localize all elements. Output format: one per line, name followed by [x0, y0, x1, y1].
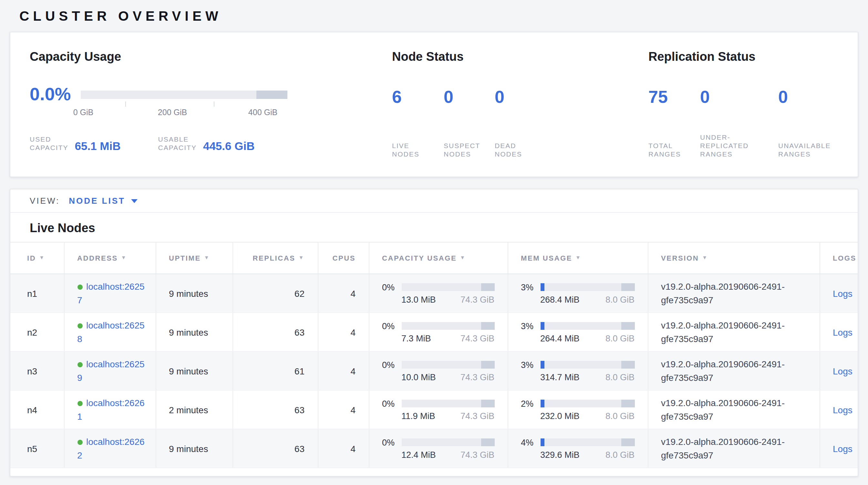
node-cpus-cell: 4 [318, 351, 369, 390]
sort-icon: ▼ [702, 255, 708, 261]
node-id-cell: n5 [10, 429, 64, 468]
node-status-title: Node Status [392, 49, 522, 65]
node-capacity-cell: 0% 11.9 MiB74.3 GiB [369, 390, 507, 429]
node-uptime-cell: 9 minutes [156, 313, 232, 351]
mem-bar-fill [540, 400, 544, 407]
column-header-replicas[interactable]: REPLICAS▼ [232, 242, 318, 274]
unavailable-ranges-stat: 0 UNAVAILABLE RANGES [778, 87, 831, 159]
node-replicas-cell: 61 [232, 351, 318, 390]
axis-tick [214, 102, 214, 107]
column-header-mem-usage[interactable]: MEM USAGE▼ [507, 242, 648, 274]
cluster-overview-page: CLUSTER OVERVIEW Capacity Usage 0.0% 0 G… [0, 0, 868, 485]
logs-link[interactable]: Logs [833, 288, 852, 298]
node-capacity-cell: 0% 7.3 MiB74.3 GiB [369, 313, 507, 351]
node-id-cell: n4 [10, 390, 64, 429]
column-header-uptime[interactable]: UPTIME▼ [156, 242, 232, 274]
column-header-logs: LOGS [819, 242, 858, 274]
axis-tick [125, 102, 126, 107]
node-version-cell: v19.2.0-alpha.20190606-2491-gfe735c9a97 [648, 390, 819, 429]
unavailable-ranges-label: UNAVAILABLE RANGES [778, 142, 831, 159]
used-capacity-stat: USED CAPACITY 65.1 MiB [30, 135, 120, 152]
mem-used-value: 232.0 MiB [540, 411, 580, 421]
capacity-total-value: 74.3 GiB [461, 450, 494, 459]
capacity-used-value: 7.3 MiB [401, 333, 431, 343]
replication-stats: 75 TOTAL RANGES 0 UNDER- REPLICATED RANG… [648, 87, 831, 159]
capacity-total-value: 74.3 GiB [461, 372, 494, 382]
cluster-summary-card: Capacity Usage 0.0% 0 GiB 200 GiB 400 Gi… [10, 32, 858, 177]
chevron-down-icon [131, 199, 137, 203]
mem-total-value: 8.0 GiB [606, 333, 634, 343]
logs-link[interactable]: Logs [833, 366, 852, 376]
capacity-usage-row: 0.0% 0 GiB 200 GiB 400 GiB [30, 87, 382, 104]
live-nodes-table: ID▼ ADDRESS▼ UPTIME▼ REPLICAS▼ CPUS CAPA… [10, 242, 858, 468]
logs-link[interactable]: Logs [833, 327, 852, 337]
node-id-cell: n3 [10, 351, 64, 390]
sort-icon: ▼ [121, 255, 127, 261]
node-address-link[interactable]: localhost:26261 [77, 397, 145, 421]
capacity-used-value: 11.9 MiB [401, 411, 435, 421]
unavailable-ranges-count: 0 [778, 87, 831, 107]
mem-used-value: 268.4 MiB [540, 294, 580, 304]
mem-total-value: 8.0 GiB [606, 411, 634, 421]
node-version-cell: v19.2.0-alpha.20190606-2491-gfe735c9a97 [648, 351, 819, 390]
node-address-cell: localhost:26257 [64, 274, 156, 313]
node-cpus-cell: 4 [318, 390, 369, 429]
capacity-bar-reserved-segment [256, 90, 287, 99]
capacity-percent: 0% [382, 321, 398, 331]
node-mem-cell: 3% 268.4 MiB8.0 GiB [507, 274, 648, 313]
live-nodes-label: LIVE NODES [392, 142, 444, 159]
node-address-link[interactable]: localhost:26257 [77, 281, 145, 305]
usable-capacity-label: USABLE CAPACITY [158, 135, 196, 152]
mem-percent: 4% [521, 437, 536, 447]
column-header-capacity-usage[interactable]: CAPACITY USAGE▼ [369, 242, 507, 274]
used-capacity-label: USED CAPACITY [30, 135, 68, 152]
dead-nodes-count: 0 [495, 87, 522, 107]
mem-percent: 3% [521, 321, 536, 331]
node-address-link[interactable]: localhost:26262 [77, 436, 145, 460]
node-live-status-icon [77, 362, 82, 367]
node-address-cell: localhost:26259 [64, 351, 156, 390]
node-mem-cell: 4% 329.6 MiB8.0 GiB [507, 429, 648, 468]
under-replicated-ranges-stat: 0 UNDER- REPLICATED RANGES [700, 87, 778, 159]
node-address-link[interactable]: localhost:26258 [77, 320, 145, 344]
logs-link[interactable]: Logs [833, 443, 852, 454]
node-cpus-cell: 4 [318, 313, 369, 351]
capacity-percent: 0% [382, 282, 398, 292]
page-title: CLUSTER OVERVIEW [20, 8, 222, 24]
capacity-bar [401, 361, 494, 369]
node-uptime-cell: 9 minutes [156, 429, 232, 468]
mem-bar [540, 400, 634, 407]
mem-used-value: 264.4 MiB [540, 333, 580, 343]
view-selector-dropdown[interactable]: NODE LIST [69, 196, 137, 206]
capacity-used-value: 13.0 MiB [401, 294, 436, 304]
column-header-version[interactable]: VERSION▼ [648, 242, 819, 274]
mem-bar [540, 438, 634, 446]
mem-bar-fill [540, 322, 544, 330]
sort-icon: ▼ [576, 255, 581, 261]
node-address-cell: localhost:26261 [64, 390, 156, 429]
node-id-cell: n1 [10, 274, 64, 313]
node-status-stats: 6 LIVE NODES 0 SUSPECT NODES 0 [392, 87, 522, 159]
usable-capacity-stat: USABLE CAPACITY 445.6 GiB [158, 135, 254, 152]
capacity-bar [401, 322, 494, 330]
table-row: n5 localhost:26262 9 minutes 63 4 0% 12.… [10, 429, 858, 468]
logs-link[interactable]: Logs [833, 404, 852, 415]
capacity-total-value: 74.3 GiB [461, 411, 494, 421]
suspect-nodes-count: 0 [444, 87, 495, 107]
mem-used-value: 329.6 MiB [540, 450, 580, 459]
table-row: n2 localhost:26258 9 minutes 63 4 0% 7.3… [10, 313, 858, 351]
node-logs-cell: Logs [819, 351, 858, 390]
column-header-address[interactable]: ADDRESS▼ [64, 242, 156, 274]
node-capacity-cell: 0% 12.4 MiB74.3 GiB [369, 429, 507, 468]
capacity-percent: 0% [382, 360, 398, 370]
mem-bar-fill [540, 283, 544, 291]
axis-label: 200 GiB [158, 108, 187, 117]
table-row: n4 localhost:26261 2 minutes 63 4 0% 11.… [10, 390, 858, 429]
node-logs-cell: Logs [819, 390, 858, 429]
node-address-link[interactable]: localhost:26259 [77, 359, 145, 382]
capacity-used-value: 12.4 MiB [401, 450, 436, 459]
node-live-status-icon [77, 401, 82, 406]
mem-bar-fill [540, 361, 544, 369]
column-header-id[interactable]: ID▼ [10, 242, 64, 274]
node-list-card: VIEW: NODE LIST Live Nodes ID▼ ADDRESS▼ … [10, 189, 858, 477]
